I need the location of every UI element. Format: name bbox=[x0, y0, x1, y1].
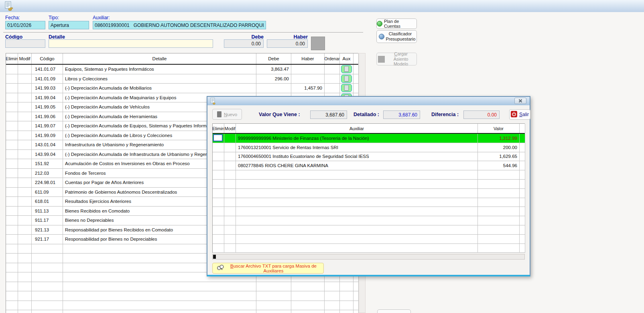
cell-modif[interactable] bbox=[18, 159, 32, 169]
cell-modif[interactable] bbox=[18, 65, 32, 74]
cell-modif[interactable] bbox=[224, 134, 236, 143]
aux-detail-button[interactable] bbox=[341, 75, 352, 83]
cell-modif[interactable] bbox=[224, 143, 236, 152]
cell-modif[interactable] bbox=[18, 169, 32, 178]
buscar-archivo-txt-button[interactable]: Buscar Archivo TXT para carga Masiva de … bbox=[212, 263, 324, 274]
cell-elimin[interactable] bbox=[6, 140, 18, 150]
account-row[interactable]: 141.01.09Libros y Colecciones296.00 bbox=[6, 74, 358, 84]
header-filler bbox=[520, 124, 525, 133]
cell-codigo: 911.17 bbox=[32, 216, 63, 225]
debe-entry-field[interactable]: 0.00 bbox=[224, 39, 264, 48]
auxiliar-row[interactable]: 1760004650001 Instituto Ecuatoriano de S… bbox=[213, 152, 525, 162]
codigo-entry-input[interactable] bbox=[5, 39, 45, 48]
cell-elimin[interactable] bbox=[6, 207, 18, 216]
auxiliar-row-empty[interactable] bbox=[213, 189, 525, 198]
cell-elimin[interactable] bbox=[6, 197, 18, 207]
cell-modif[interactable] bbox=[18, 74, 32, 84]
plan-de-cuentas-button[interactable]: Plan de Cuentas bbox=[376, 18, 417, 29]
account-row-empty[interactable] bbox=[6, 301, 358, 311]
cell-elimin[interactable] bbox=[6, 225, 18, 235]
tipo-input[interactable] bbox=[49, 21, 89, 29]
cell-modif[interactable] bbox=[18, 131, 32, 141]
aux-detail-button[interactable] bbox=[341, 65, 352, 73]
cell-modif[interactable] bbox=[18, 150, 32, 160]
aux-detail-button[interactable] bbox=[341, 84, 352, 92]
cell-modif[interactable] bbox=[18, 197, 32, 207]
entry-action-button[interactable] bbox=[311, 37, 325, 50]
cell-modif[interactable] bbox=[224, 152, 236, 162]
cell-modif[interactable] bbox=[18, 121, 32, 131]
cell-elimin[interactable] bbox=[6, 112, 18, 122]
cell-elimin[interactable] bbox=[213, 161, 224, 170]
cell-ordenar bbox=[325, 84, 340, 93]
cell-elimin[interactable] bbox=[213, 143, 224, 152]
close-icon[interactable] bbox=[514, 98, 526, 104]
cell-elimin[interactable] bbox=[6, 150, 18, 160]
cell-elimin[interactable] bbox=[6, 102, 18, 112]
cell-elimin[interactable] bbox=[6, 65, 18, 74]
cell-modif[interactable] bbox=[18, 140, 32, 150]
header-auxiliar: Auxiliar bbox=[236, 124, 478, 133]
cell-modif[interactable] bbox=[18, 93, 32, 103]
cell-elimin[interactable] bbox=[6, 93, 18, 103]
bottom-partial-button[interactable] bbox=[377, 309, 411, 313]
cell-modif[interactable] bbox=[224, 161, 236, 170]
cell-modif[interactable] bbox=[18, 207, 32, 216]
auxiliar-row-empty[interactable] bbox=[213, 235, 525, 244]
cell-detalle: Libros y Colecciones bbox=[63, 74, 256, 84]
account-row-empty[interactable] bbox=[6, 291, 358, 301]
cell-modif[interactable] bbox=[18, 102, 32, 112]
cell-modif[interactable] bbox=[18, 216, 32, 225]
cargar-asiento-modelo-button[interactable]: Cargar Asiento Modelo bbox=[376, 53, 417, 65]
cell-elimin[interactable] bbox=[6, 84, 18, 93]
cell-elimin[interactable] bbox=[6, 235, 18, 244]
cell-elimin[interactable] bbox=[6, 121, 18, 131]
auxiliar-row-empty[interactable] bbox=[213, 225, 525, 235]
header-codigo: Código bbox=[32, 53, 63, 64]
cell-elimin[interactable] bbox=[6, 188, 18, 197]
cell-codigo: 921.17 bbox=[32, 235, 63, 244]
account-row[interactable]: 141.99.03(-) Depreciación Acumulada de M… bbox=[6, 84, 358, 93]
cell-auxiliar: 1760013210001 Servicio de Rentas Interna… bbox=[236, 143, 478, 152]
cell-elimin[interactable] bbox=[6, 74, 18, 84]
nuevo-button[interactable]: Nuevo bbox=[212, 109, 242, 120]
cell-elimin[interactable] bbox=[6, 159, 18, 169]
cell-elimin[interactable] bbox=[6, 169, 18, 178]
hscroll-thumb[interactable] bbox=[213, 255, 216, 259]
cell-elimin[interactable] bbox=[213, 152, 224, 162]
cell-elimin[interactable] bbox=[6, 216, 18, 225]
account-row-empty[interactable] bbox=[6, 310, 358, 313]
nuevo-label: Nuevo bbox=[224, 112, 237, 117]
cell-modif[interactable] bbox=[18, 188, 32, 197]
dialog-hscrollbar[interactable] bbox=[212, 254, 525, 260]
cell-modif[interactable] bbox=[18, 178, 32, 188]
detalle-entry-input[interactable] bbox=[49, 39, 213, 48]
clasificador-presupuestario-button[interactable]: Clasificador Presupuestario bbox=[376, 30, 417, 43]
cell-modif[interactable] bbox=[18, 235, 32, 244]
cell-modif[interactable] bbox=[18, 112, 32, 122]
cell-codigo: 151.92 bbox=[32, 159, 63, 169]
auxiliar-row-empty[interactable] bbox=[213, 180, 525, 189]
account-row[interactable]: 141.01.07Equipos, Sistemas y Paquetes In… bbox=[6, 65, 358, 74]
auxiliar-row-empty[interactable] bbox=[213, 207, 525, 216]
cell-elimin[interactable] bbox=[6, 131, 18, 141]
auxiliares-table: Elimin Modif Auxiliar Valor 999999999999… bbox=[212, 123, 525, 253]
cell-modif[interactable] bbox=[18, 84, 32, 93]
cell-elimin[interactable] bbox=[6, 178, 18, 188]
auxiliar-row[interactable]: 0802778845 RIOS CHERE GINA KARMINA544.96 bbox=[213, 161, 525, 170]
cell-modif[interactable] bbox=[18, 225, 32, 235]
cell-elimin-focused[interactable] bbox=[213, 134, 224, 143]
auxiliar-row-selected[interactable]: 9999999999996 Ministerio de Finanzas (Te… bbox=[213, 134, 525, 143]
auxiliar-input[interactable] bbox=[93, 21, 266, 29]
fecha-input[interactable] bbox=[5, 21, 45, 29]
cell-debe: 3,863.47 bbox=[256, 65, 291, 74]
auxiliar-row-empty[interactable] bbox=[213, 244, 525, 253]
auxiliar-row-empty[interactable] bbox=[213, 170, 525, 180]
haber-entry-field[interactable]: 0.00 bbox=[267, 39, 308, 48]
auxiliar-row[interactable]: 1760013210001 Servicio de Rentas Interna… bbox=[213, 143, 525, 152]
auxiliar-row-empty[interactable] bbox=[213, 216, 525, 225]
header-detalle: Detalle bbox=[63, 53, 256, 64]
salir-button[interactable]: Salir bbox=[509, 109, 530, 120]
account-row-empty[interactable] bbox=[6, 282, 358, 292]
auxiliar-row-empty[interactable] bbox=[213, 198, 525, 207]
